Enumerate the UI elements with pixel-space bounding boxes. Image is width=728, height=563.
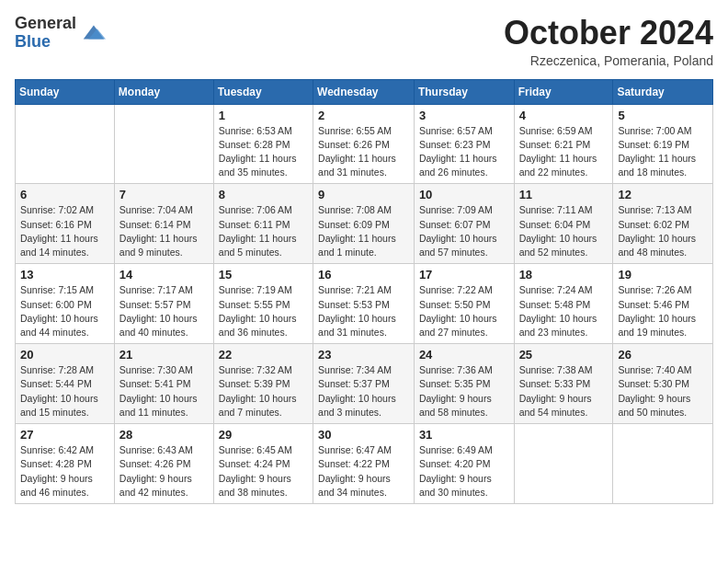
daylight: Daylight: 10 hours and 27 minutes. [419, 313, 497, 338]
daylight: Daylight: 10 hours and 23 minutes. [519, 313, 597, 338]
calendar-week-row: 20 Sunrise: 7:28 AM Sunset: 5:44 PM Dayl… [16, 344, 713, 424]
sunset: Sunset: 6:23 PM [419, 139, 491, 150]
daylight: Daylight: 10 hours and 52 minutes. [519, 233, 597, 258]
calendar-cell: 25 Sunrise: 7:38 AM Sunset: 5:33 PM Dayl… [514, 344, 613, 424]
daylight: Daylight: 11 hours and 5 minutes. [219, 233, 297, 258]
sunrise: Sunrise: 6:59 AM [519, 125, 593, 136]
sunset: Sunset: 5:33 PM [519, 378, 591, 389]
calendar-cell: 28 Sunrise: 6:43 AM Sunset: 4:26 PM Dayl… [114, 424, 213, 504]
calendar-week-row: 6 Sunrise: 7:02 AM Sunset: 6:16 PM Dayli… [16, 184, 713, 264]
cell-content: Sunrise: 6:59 AM Sunset: 6:21 PM Dayligh… [519, 124, 609, 180]
cell-content: Sunrise: 7:36 AM Sunset: 5:35 PM Dayligh… [419, 363, 509, 419]
sunrise: Sunrise: 7:32 AM [219, 364, 292, 375]
sunrise: Sunrise: 6:49 AM [419, 444, 493, 455]
daylight: Daylight: 10 hours and 48 minutes. [618, 233, 696, 258]
calendar-cell: 13 Sunrise: 7:15 AM Sunset: 6:00 PM Dayl… [16, 264, 115, 344]
cell-content: Sunrise: 7:13 AM Sunset: 6:02 PM Dayligh… [618, 203, 708, 259]
cell-content: Sunrise: 7:21 AM Sunset: 5:53 PM Dayligh… [318, 283, 409, 339]
logo-blue: Blue [15, 32, 51, 51]
sunrise: Sunrise: 7:22 AM [419, 284, 493, 295]
sunset: Sunset: 5:39 PM [219, 378, 290, 389]
cell-content: Sunrise: 7:02 AM Sunset: 6:16 PM Dayligh… [20, 203, 109, 259]
sunrise: Sunrise: 7:13 AM [618, 204, 691, 215]
sunrise: Sunrise: 7:06 AM [219, 204, 292, 215]
day-number: 14 [119, 268, 209, 282]
sunset: Sunset: 4:20 PM [419, 458, 491, 469]
day-number: 30 [318, 428, 409, 442]
day-number: 16 [318, 268, 409, 282]
daylight: Daylight: 11 hours and 14 minutes. [20, 233, 98, 258]
sunset: Sunset: 5:30 PM [618, 378, 689, 389]
day-of-week-header: Wednesday [313, 79, 415, 104]
cell-content: Sunrise: 7:32 AM Sunset: 5:39 PM Dayligh… [219, 363, 308, 419]
calendar-cell: 31 Sunrise: 6:49 AM Sunset: 4:20 PM Dayl… [414, 424, 514, 504]
day-of-week-header: Sunday [16, 79, 115, 104]
logo-general: General [15, 14, 76, 32]
cell-content: Sunrise: 6:55 AM Sunset: 6:26 PM Dayligh… [318, 124, 409, 180]
sunrise: Sunrise: 7:09 AM [419, 204, 493, 215]
day-number: 27 [20, 428, 109, 442]
calendar-week-row: 13 Sunrise: 7:15 AM Sunset: 6:00 PM Dayl… [16, 264, 713, 344]
daylight: Daylight: 11 hours and 35 minutes. [219, 153, 297, 178]
calendar-week-row: 1 Sunrise: 6:53 AM Sunset: 6:28 PM Dayli… [16, 104, 713, 184]
sunrise: Sunrise: 7:28 AM [20, 364, 94, 375]
sunset: Sunset: 5:46 PM [618, 299, 689, 310]
calendar-cell [16, 104, 115, 184]
sunrise: Sunrise: 7:36 AM [419, 364, 493, 375]
daylight: Daylight: 10 hours and 15 minutes. [20, 393, 98, 418]
calendar-cell: 1 Sunrise: 6:53 AM Sunset: 6:28 PM Dayli… [213, 104, 313, 184]
sunrise: Sunrise: 6:47 AM [318, 444, 392, 455]
calendar-cell [514, 424, 613, 504]
calendar-cell: 4 Sunrise: 6:59 AM Sunset: 6:21 PM Dayli… [514, 104, 613, 184]
calendar-cell: 9 Sunrise: 7:08 AM Sunset: 6:09 PM Dayli… [313, 184, 415, 264]
calendar-cell: 12 Sunrise: 7:13 AM Sunset: 6:02 PM Dayl… [613, 184, 713, 264]
sunset: Sunset: 5:55 PM [219, 299, 290, 310]
sunset: Sunset: 6:09 PM [318, 219, 390, 230]
sunrise: Sunrise: 7:40 AM [618, 364, 691, 375]
sunrise: Sunrise: 7:00 AM [618, 125, 691, 136]
cell-content: Sunrise: 7:30 AM Sunset: 5:41 PM Dayligh… [119, 363, 209, 419]
sunset: Sunset: 6:04 PM [519, 219, 591, 230]
sunset: Sunset: 6:00 PM [20, 299, 92, 310]
month-title: October 2024 [504, 15, 713, 52]
daylight: Daylight: 9 hours and 50 minutes. [618, 393, 690, 418]
sunset: Sunset: 4:28 PM [20, 458, 92, 469]
sunrise: Sunrise: 7:38 AM [519, 364, 593, 375]
calendar-cell: 19 Sunrise: 7:26 AM Sunset: 5:46 PM Dayl… [613, 264, 713, 344]
sunrise: Sunrise: 6:42 AM [20, 444, 94, 455]
sunrise: Sunrise: 7:34 AM [318, 364, 392, 375]
daylight: Daylight: 9 hours and 46 minutes. [20, 473, 93, 498]
day-number: 10 [419, 188, 509, 201]
daylight: Daylight: 9 hours and 34 minutes. [318, 473, 391, 498]
calendar-cell: 24 Sunrise: 7:36 AM Sunset: 5:35 PM Dayl… [414, 344, 514, 424]
day-number: 7 [119, 188, 209, 201]
daylight: Daylight: 11 hours and 1 minute. [318, 233, 396, 258]
daylight: Daylight: 9 hours and 42 minutes. [119, 473, 192, 498]
sunset: Sunset: 6:02 PM [618, 219, 689, 230]
sunset: Sunset: 6:28 PM [219, 139, 290, 150]
sunrise: Sunrise: 7:21 AM [318, 284, 392, 295]
sunrise: Sunrise: 7:17 AM [119, 284, 193, 295]
sunrise: Sunrise: 7:08 AM [318, 204, 392, 215]
cell-content: Sunrise: 6:49 AM Sunset: 4:20 PM Dayligh… [419, 443, 509, 500]
sunset: Sunset: 6:21 PM [519, 139, 591, 150]
day-number: 13 [20, 268, 109, 282]
logo: General Blue [15, 15, 106, 52]
calendar-cell: 23 Sunrise: 7:34 AM Sunset: 5:37 PM Dayl… [313, 344, 415, 424]
day-number: 20 [20, 348, 109, 362]
cell-content: Sunrise: 7:34 AM Sunset: 5:37 PM Dayligh… [318, 363, 409, 419]
sunrise: Sunrise: 6:55 AM [318, 125, 392, 136]
day-number: 28 [119, 428, 209, 442]
daylight: Daylight: 9 hours and 38 minutes. [219, 473, 291, 498]
sunset: Sunset: 5:35 PM [419, 378, 491, 389]
sunset: Sunset: 5:50 PM [419, 299, 491, 310]
sunrise: Sunrise: 7:26 AM [618, 284, 691, 295]
sunrise: Sunrise: 7:04 AM [119, 204, 193, 215]
calendar-cell: 5 Sunrise: 7:00 AM Sunset: 6:19 PM Dayli… [613, 104, 713, 184]
sunrise: Sunrise: 6:53 AM [219, 125, 292, 136]
daylight: Daylight: 9 hours and 30 minutes. [419, 473, 492, 498]
calendar-cell: 30 Sunrise: 6:47 AM Sunset: 4:22 PM Dayl… [313, 424, 415, 504]
cell-content: Sunrise: 7:24 AM Sunset: 5:48 PM Dayligh… [519, 283, 609, 339]
sunset: Sunset: 6:07 PM [419, 219, 491, 230]
day-number: 15 [219, 268, 308, 282]
